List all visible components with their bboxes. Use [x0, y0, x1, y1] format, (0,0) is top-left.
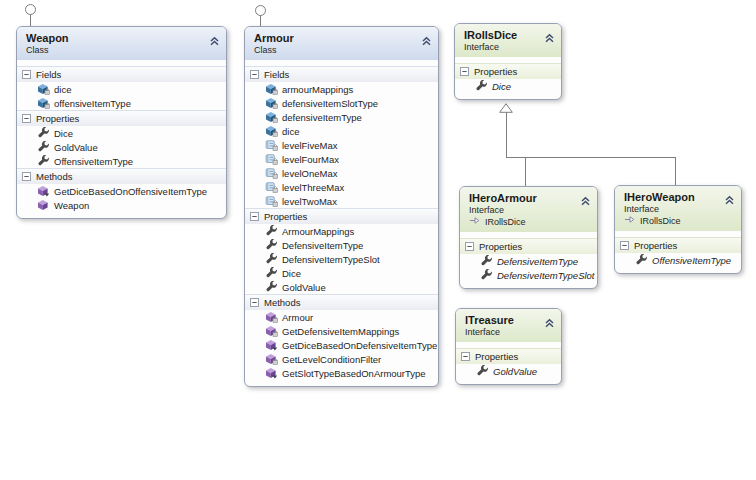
member-row[interactable]: GetLevelConditionFilter	[245, 352, 438, 366]
section-header[interactable]: Properties	[460, 238, 597, 254]
property-icon	[265, 267, 278, 279]
interface-node-iheroweapon[interactable]: IHeroWeapon Interface IRollsDice Propert…	[614, 185, 742, 274]
member-row[interactable]: defensiveItemSlotType	[245, 96, 438, 110]
section-header[interactable]: Properties	[615, 237, 741, 253]
collapse-section-icon[interactable]	[460, 67, 469, 76]
member-row[interactable]: ArmourMappings	[245, 224, 438, 238]
collapse-section-icon[interactable]	[22, 70, 31, 79]
member-row[interactable]: dice	[245, 124, 438, 138]
class-node-armour[interactable]: Armour Class FieldsarmourMappingsdefensi…	[244, 26, 439, 387]
member-row[interactable]: Armour	[245, 310, 438, 324]
interface-node-iheroarmour[interactable]: IHeroArmour Interface IRollsDice Propert…	[459, 186, 598, 289]
property-icon	[475, 80, 488, 92]
constant-icon-private	[265, 181, 278, 193]
member-row[interactable]: Dice	[17, 126, 226, 140]
base-type-name: IRollsDice	[485, 217, 526, 228]
member-row[interactable]: OffensiveItemType	[615, 253, 741, 267]
member-row[interactable]: dice	[17, 82, 226, 96]
member-row[interactable]: DefensiveItemType	[460, 254, 597, 268]
class-node-weapon[interactable]: Weapon Class FieldsdiceoffensiveItemType…	[16, 26, 227, 219]
member-row[interactable]: DefensiveItemTypeSlot	[460, 268, 597, 282]
collapse-section-icon[interactable]	[461, 352, 470, 361]
node-title: Armour	[254, 32, 418, 45]
node-header: ITreasure Interface	[456, 309, 561, 342]
node-base-type: IRollsDice	[469, 216, 577, 228]
member-row[interactable]: levelFourMax	[245, 152, 438, 166]
node-kind: Class	[254, 45, 418, 56]
section-header[interactable]: Properties	[245, 208, 438, 224]
collapse-section-icon[interactable]	[465, 242, 474, 251]
section-header[interactable]: Fields	[17, 66, 226, 82]
collapse-chevron-icon[interactable]	[209, 32, 220, 42]
section-header[interactable]: Fields	[245, 66, 438, 82]
member-name: dice	[54, 84, 71, 95]
node-header: IRollsDice Interface	[455, 24, 561, 57]
member-name: DefensiveItemType	[282, 240, 363, 251]
member-row[interactable]: GoldValue	[456, 364, 561, 378]
member-row[interactable]: Dice	[245, 266, 438, 280]
member-row[interactable]: levelOneMax	[245, 166, 438, 180]
member-name: GetDiceBasedOnDefensiveItemType	[282, 340, 437, 351]
section-header[interactable]: Properties	[17, 110, 226, 126]
node-header: Weapon Class	[17, 27, 226, 60]
member-name: GoldValue	[282, 282, 326, 293]
section-header[interactable]: Methods	[17, 168, 226, 184]
member-row[interactable]: levelTwoMax	[245, 194, 438, 208]
connector-line[interactable]	[506, 157, 676, 158]
member-row[interactable]: OffensiveItemType	[17, 154, 226, 168]
member-row[interactable]: DefensiveItemTypeSlot	[245, 252, 438, 266]
member-row[interactable]: GetDiceBasedOnOffensiveItemType	[17, 184, 226, 198]
connector-line[interactable]	[525, 157, 526, 186]
member-row[interactable]: offensiveItemType	[17, 96, 226, 110]
interface-node-itreasure[interactable]: ITreasure Interface PropertiesGoldValue	[455, 308, 562, 385]
member-row[interactable]: DefensiveItemType	[245, 238, 438, 252]
property-icon	[480, 255, 493, 267]
member-row[interactable]: GetDiceBasedOnDefensiveItemType	[245, 338, 438, 352]
property-icon	[265, 281, 278, 293]
collapse-section-icon[interactable]	[250, 70, 259, 79]
connector-line[interactable]	[675, 157, 676, 185]
member-name: levelFiveMax	[282, 140, 337, 151]
lollipop-connector[interactable]	[25, 4, 36, 15]
node-base-type: IRollsDice	[624, 215, 721, 227]
section-header[interactable]: Methods	[245, 294, 438, 310]
member-row[interactable]: GetSlotTypeBasedOnArmourType	[245, 366, 438, 380]
member-row[interactable]: GoldValue	[17, 140, 226, 154]
node-title: IHeroWeapon	[624, 191, 721, 204]
node-kind: Interface	[464, 42, 541, 53]
member-row[interactable]: GoldValue	[245, 280, 438, 294]
collapse-chevron-icon[interactable]	[421, 32, 432, 42]
collapse-chevron-icon[interactable]	[724, 191, 735, 201]
lollipop-connector[interactable]	[255, 5, 266, 16]
node-kind: Interface	[624, 204, 721, 215]
collapse-section-icon[interactable]	[620, 241, 629, 250]
collapse-section-icon[interactable]	[22, 114, 31, 123]
member-row[interactable]: defensiveItemType	[245, 110, 438, 124]
member-name: DefensiveItemTypeSlot	[282, 254, 380, 265]
member-name: GoldValue	[493, 366, 537, 377]
collapse-chevron-icon[interactable]	[544, 29, 555, 39]
node-kind: Interface	[465, 327, 541, 338]
node-kind: Interface	[469, 205, 577, 216]
collapse-section-icon[interactable]	[250, 298, 259, 307]
member-name: Dice	[282, 268, 301, 279]
connector-line[interactable]	[506, 112, 507, 157]
member-name: levelFourMax	[282, 154, 339, 165]
collapse-section-icon[interactable]	[250, 212, 259, 221]
section-header[interactable]: Properties	[456, 348, 561, 364]
section-header[interactable]: Properties	[455, 63, 561, 79]
section-label: Properties	[479, 241, 522, 252]
constant-icon-private	[265, 195, 278, 207]
property-icon	[635, 254, 648, 266]
property-icon	[37, 141, 50, 153]
member-row[interactable]: armourMappings	[245, 82, 438, 96]
member-row[interactable]: levelFiveMax	[245, 138, 438, 152]
member-row[interactable]: GetDefensiveItemMappings	[245, 324, 438, 338]
member-row[interactable]: Weapon	[17, 198, 226, 212]
collapse-chevron-icon[interactable]	[580, 192, 591, 202]
member-row[interactable]: levelThreeMax	[245, 180, 438, 194]
member-row[interactable]: Dice	[455, 79, 561, 93]
interface-node-irollsdice[interactable]: IRollsDice Interface PropertiesDice	[454, 23, 562, 100]
collapse-chevron-icon[interactable]	[544, 314, 555, 324]
collapse-section-icon[interactable]	[22, 172, 31, 181]
